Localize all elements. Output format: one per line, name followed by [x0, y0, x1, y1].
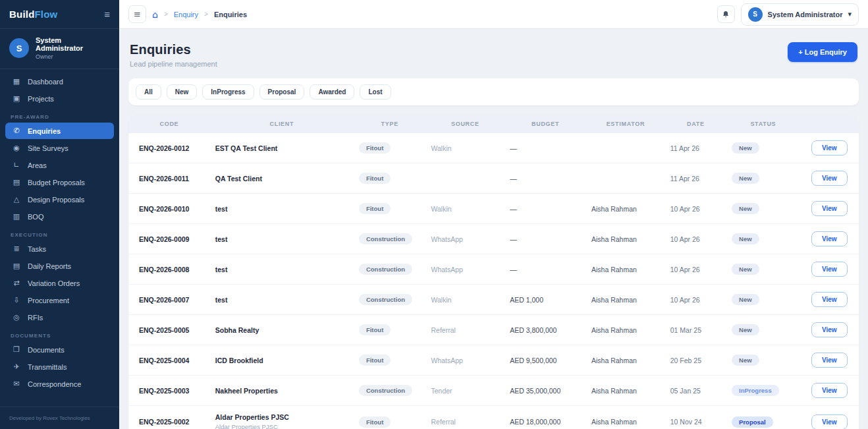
sidebar-item-label: Projects	[28, 95, 54, 103]
view-button[interactable]: View	[811, 262, 848, 277]
column-header-source: SOURCE	[426, 115, 505, 133]
sidebar-item-areas[interactable]: ∟Areas	[5, 157, 114, 173]
sidebar-item-boq[interactable]: ▥BOQ	[5, 208, 114, 225]
topbar: ≡ ⌂ > Enquiry > Enquiries S System Admin…	[119, 0, 868, 29]
view-button[interactable]: View	[811, 231, 848, 246]
sidebar-collapse-icon[interactable]: ≡	[104, 9, 110, 20]
budget-cell: —	[504, 133, 586, 163]
sidebar-item-rfis[interactable]: ◎RFIs	[5, 309, 114, 326]
sidebar-item-transmittals[interactable]: ✈Transmittals	[5, 358, 114, 375]
source-cell: WhatsApp	[426, 254, 505, 285]
type-cell: Construction	[354, 254, 426, 285]
client-cell: test	[210, 285, 354, 315]
view-button[interactable]: View	[811, 322, 848, 337]
sidebar-item-daily-reports[interactable]: ▤Daily Reports	[5, 258, 114, 274]
enquiries-icon: ✆	[12, 127, 21, 135]
sidebar-item-correspondence[interactable]: ✉Correspondence	[5, 376, 114, 392]
transmittals-icon: ✈	[12, 362, 21, 371]
table-row: ENQ-2026-0011 QA Test Client Fitout — 11…	[128, 163, 859, 194]
sidebar-item-variation-orders[interactable]: ⇄Variation Orders	[5, 275, 114, 291]
filter-button-proposal[interactable]: Proposal	[259, 84, 305, 100]
client-name: Sobha Realty	[215, 326, 348, 334]
sidebar-item-design-proposals[interactable]: △Design Proposals	[5, 191, 114, 208]
filter-button-new[interactable]: New	[167, 84, 198, 100]
rfis-icon: ◎	[12, 313, 21, 322]
type-badge: Fitout	[359, 324, 391, 335]
budget-cell: —	[504, 163, 586, 194]
breadcrumb-separator: >	[164, 11, 168, 18]
user-name: System Administrator	[36, 36, 110, 52]
table-header-row: CODECLIENTTYPESOURCEBUDGETESTIMATORDATES…	[128, 115, 859, 133]
filter-button-awarded[interactable]: Awarded	[310, 84, 354, 100]
user-menu[interactable]: S System Administrator ▾	[741, 3, 859, 26]
status-cell: New	[726, 285, 800, 315]
status-badge: New	[732, 324, 759, 335]
view-button[interactable]: View	[811, 140, 848, 156]
notifications-button[interactable]	[717, 5, 735, 23]
client-name: test	[215, 235, 348, 243]
action-cell: View	[800, 406, 859, 429]
correspondence-icon: ✉	[12, 380, 21, 388]
sidebar-nav: ▦Dashboard▣ProjectsPRE-AWARD✆Enquiries◉S…	[0, 69, 119, 407]
sidebar-item-procurement[interactable]: ⇩Procurement	[5, 292, 114, 308]
client-cell: test	[210, 224, 354, 254]
estimator-cell: Aisha Rahman	[586, 254, 665, 285]
projects-icon: ▣	[12, 94, 21, 103]
action-cell: View	[800, 254, 859, 285]
sidebar-item-label: BOQ	[28, 213, 43, 221]
source-cell: WhatsApp	[426, 345, 505, 376]
sidebar-section-label: EXECUTION	[5, 225, 114, 241]
estimator-cell	[586, 163, 665, 194]
sidebar-item-label: Procurement	[28, 297, 69, 304]
sidebar-item-enquiries[interactable]: ✆Enquiries	[5, 123, 114, 139]
sidebar-item-projects[interactable]: ▣Projects	[5, 90, 114, 107]
sidebar-item-tasks[interactable]: ≣Tasks	[5, 241, 114, 257]
breadcrumb-parent[interactable]: Enquiry	[174, 11, 198, 18]
sidebar-item-label: Site Surveys	[28, 144, 68, 152]
bell-icon	[722, 11, 730, 18]
view-button[interactable]: View	[811, 415, 848, 429]
dashboard-icon: ▦	[12, 77, 21, 86]
source-cell: Walkin	[426, 133, 505, 163]
status-cell: New	[726, 163, 800, 194]
sidebar-item-documents[interactable]: ❒Documents	[5, 341, 114, 358]
filter-button-lost[interactable]: Lost	[360, 84, 391, 100]
client-cell: Sobha Realty	[210, 315, 354, 345]
client-subtext: Aldar Properties PJSC	[215, 423, 348, 429]
page-header: Enquiries Lead pipeline management + Log…	[130, 42, 857, 68]
sidebar-item-dashboard[interactable]: ▦Dashboard	[5, 73, 114, 90]
log-enquiry-button[interactable]: + Log Enquiry	[788, 42, 857, 62]
filter-button-all[interactable]: All	[136, 84, 161, 100]
type-badge: Construction	[359, 233, 412, 244]
view-button[interactable]: View	[811, 292, 848, 307]
sidebar-item-label: Dashboard	[28, 78, 63, 86]
action-cell: View	[800, 194, 859, 224]
type-cell: Fitout	[354, 163, 426, 194]
date-cell: 11 Apr 26	[665, 133, 726, 163]
view-button[interactable]: View	[811, 171, 848, 186]
sidebar-item-budget-proposals[interactable]: ▤Budget Proposals	[5, 174, 114, 190]
column-header-status: STATUS	[726, 115, 800, 133]
type-badge: Construction	[359, 294, 412, 305]
menu-toggle-button[interactable]: ≡	[128, 5, 146, 23]
client-name: test	[215, 296, 348, 304]
filter-button-inprogress[interactable]: InProgress	[202, 84, 254, 100]
view-button[interactable]: View	[811, 201, 848, 216]
estimator-cell	[586, 133, 665, 163]
sidebar-item-label: Enquiries	[28, 127, 61, 135]
view-button[interactable]: View	[811, 353, 848, 368]
home-icon[interactable]: ⌂	[152, 9, 158, 20]
date-cell: 10 Apr 26	[665, 285, 726, 315]
sidebar-item-site-surveys[interactable]: ◉Site Surveys	[5, 140, 114, 156]
view-button[interactable]: View	[811, 383, 848, 398]
client-name: EST QA Test Client	[215, 144, 348, 152]
user-menu-name: System Administrator	[768, 11, 843, 18]
avatar: S	[748, 7, 763, 22]
enquiry-code: ENQ-2025-0003	[128, 376, 210, 406]
app-root: BuildFlow ≡ S System Administrator Owner…	[0, 0, 868, 429]
site-surveys-icon: ◉	[12, 144, 21, 152]
sidebar-user-card: S System Administrator Owner	[0, 29, 119, 69]
estimator-cell: Aisha Rahman	[586, 376, 665, 406]
client-cell: test	[210, 254, 354, 285]
user-role: Owner	[36, 53, 110, 60]
